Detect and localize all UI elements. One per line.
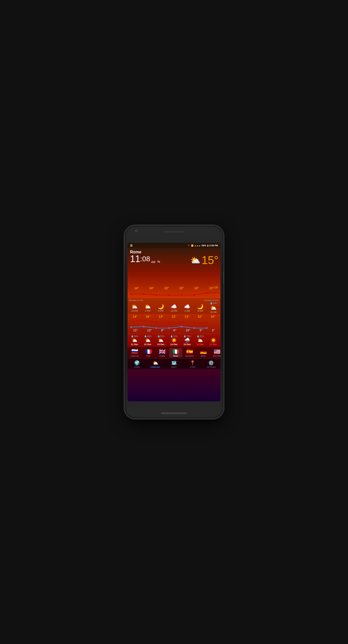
time-ampm: AM — [151, 260, 155, 264]
nav-maps[interactable]: 🗺️ MAPS — [168, 360, 180, 368]
day-icon-1: ⛅ — [145, 338, 151, 343]
hour-item-4: ☁️ 2 AM — [182, 303, 193, 312]
day-icon-6: ☀️ — [211, 338, 216, 343]
hi-graph-svg — [129, 318, 219, 324]
day-name-1: 12 Dec — [144, 343, 151, 346]
city-flag-paris[interactable]: 🇫🇷 Paris — [142, 348, 155, 357]
flag-london: 🇬🇧 — [159, 348, 166, 355]
share-icon[interactable]: ⇆ — [157, 259, 160, 264]
svg-point-18 — [181, 326, 182, 327]
day-headers: Monday 11 Dec. Tuesday 12 Dec. — [128, 299, 220, 301]
image-icon: 🖼 — [130, 244, 132, 247]
nav-cities[interactable]: 📍 CITIES — [186, 360, 199, 368]
day-item-5: 💧35% ⛅ 16 Dec — [194, 335, 206, 346]
svg-point-0 — [130, 293, 132, 295]
hour-icon-0: ⛅ — [131, 303, 138, 310]
cities-label: CITIES — [190, 366, 196, 368]
cities-icon: 📍 — [190, 360, 195, 366]
home-button[interactable] — [161, 412, 187, 414]
time-hour: 11 — [130, 254, 140, 264]
flag-barcelona: 🇪🇸 — [186, 348, 193, 355]
hi-temp-6: 10° — [211, 315, 215, 318]
day-precip-2: 💧55% — [157, 335, 165, 338]
city-flag-barcelona[interactable]: 🇪🇸 Barcelona — [183, 348, 196, 357]
hour-icon-3: ☁️ — [171, 303, 177, 310]
hi-temp-4: 13° — [185, 315, 189, 318]
current-weather-icon: ⛅ — [190, 255, 200, 265]
svg-point-17 — [168, 327, 170, 329]
city-flag-berlin[interactable]: 🇩🇪 Berlin — [197, 348, 210, 357]
nav-home[interactable]: 🌍 HOME — [131, 360, 143, 368]
home-icon: 🌍 — [134, 360, 140, 366]
city-flag-name-berlin: Berlin — [201, 355, 205, 357]
day-icon-0: ⛅ — [132, 338, 137, 343]
location-icon: 📍 — [187, 244, 190, 247]
hour-icon-4: ☁️ — [184, 303, 190, 310]
svg-point-10 — [168, 322, 170, 323]
status-right: 📍 📶 ▲▲▲ 89% ▮ 2:08 PM — [187, 244, 218, 247]
lo-graph-svg — [129, 324, 219, 329]
svg-point-16 — [155, 327, 157, 329]
day-item-6: ☀️ 17 Dec — [208, 335, 219, 346]
svg-point-8 — [143, 320, 145, 321]
city-flag-london[interactable]: 🇬🇧 London — [155, 348, 169, 357]
lo-temp-5: 5° — [200, 329, 202, 332]
hour-time-5: 6 AM — [198, 310, 203, 312]
svg-point-20 — [206, 327, 208, 329]
top-temp-4: 13° — [192, 286, 202, 290]
status-bar: 🖼 📍 📶 ▲▲▲ 89% ▮ 2:08 PM — [128, 243, 220, 248]
day-icon-5: ⛅ — [197, 338, 203, 343]
top-temp-labels: 14° 14° 13° 13° 13° 13° — [129, 286, 219, 290]
current-temp: 15° — [201, 254, 218, 267]
day-item-3: 💧10% ☀️ 14 Dec — [168, 335, 180, 346]
day-precip-1: 💧40% — [144, 335, 151, 338]
hour-time-3: 10 PM — [171, 310, 177, 312]
lo-temp-0: 11° — [133, 329, 138, 332]
city-flag-newyork[interactable]: 🇺🇸 New York — [210, 348, 220, 357]
day-precip-4: 💧75% — [183, 335, 191, 338]
hour-precip-6: 💧15% — [210, 302, 217, 304]
flag-newyork: 🇺🇸 — [214, 348, 220, 355]
top-graph-svg — [129, 290, 219, 298]
top-graph-section: 15° 14° 14° 13° 13° 13° 13° — [128, 286, 220, 298]
status-time: 2:08 PM — [209, 244, 218, 247]
svg-point-4 — [181, 294, 182, 296]
hour-time-0: 10 AM — [131, 310, 138, 312]
city-flag-rome[interactable]: 🇮🇹 Rome — [169, 348, 182, 357]
day-name-4: 15 Dec — [183, 343, 191, 346]
top-temp-0: 14° — [132, 286, 142, 290]
lo-temp-6: 3° — [212, 329, 215, 332]
day-item-1: 💧40% ⛅ 12 Dec — [142, 335, 154, 346]
side-button — [223, 271, 224, 284]
phone-device: 🖼 📍 📶 ▲▲▲ 89% ▮ 2:08 PM Rome 11 : — [124, 225, 224, 419]
svg-point-12 — [194, 322, 195, 323]
time-colon: : — [140, 255, 142, 263]
time-minutes: 08 — [142, 255, 150, 263]
nav-forecast[interactable]: ⛅ FORECAST — [149, 360, 162, 368]
svg-point-13 — [206, 322, 208, 324]
hour-time-6: 10 AM — [210, 311, 217, 313]
day-precip-3: 💧10% — [170, 335, 178, 338]
battery-percent: 89% — [202, 244, 206, 247]
hour-item-3: ☁️ 10 PM — [168, 303, 180, 312]
city-flag-name-newyork: New York — [213, 355, 220, 357]
cities-flags-row: 🇷🇺 Ulyanovsk 🇫🇷 Paris 🇬🇧 London 🇮🇹 Rome — [128, 347, 220, 358]
svg-point-6 — [206, 292, 208, 294]
phone-screen: 🖼 📍 📶 ▲▲▲ 89% ▮ 2:08 PM Rome 11 : — [128, 243, 220, 401]
svg-point-1 — [143, 293, 145, 295]
nav-settings[interactable]: ⚙️ SETTINGS — [205, 360, 217, 368]
city-flag-ulyanovsk[interactable]: 🇷🇺 Ulyanovsk — [128, 348, 141, 357]
day-monday: Monday 11 Dec. — [129, 299, 144, 301]
day-icon-3: ☀️ — [171, 338, 177, 343]
hour-item-2: 🌙 6 PM — [155, 303, 166, 312]
top-temp-3: 13° — [177, 286, 187, 290]
lo-temp-2: 6° — [161, 329, 164, 332]
hour-item-5: 🌙 6 AM — [195, 303, 206, 312]
svg-point-19 — [194, 327, 195, 329]
day-name-0: 11 Dec — [131, 343, 138, 346]
day-name-3: 14 Dec — [170, 343, 178, 346]
weather-app: 🖼 📍 📶 ▲▲▲ 89% ▮ 2:08 PM Rome 11 : — [128, 243, 220, 401]
hour-icon-2: 🌙 — [158, 303, 164, 310]
hour-item-1: ⛅ 2 PM — [142, 303, 153, 312]
day-precip-6 — [213, 335, 214, 338]
